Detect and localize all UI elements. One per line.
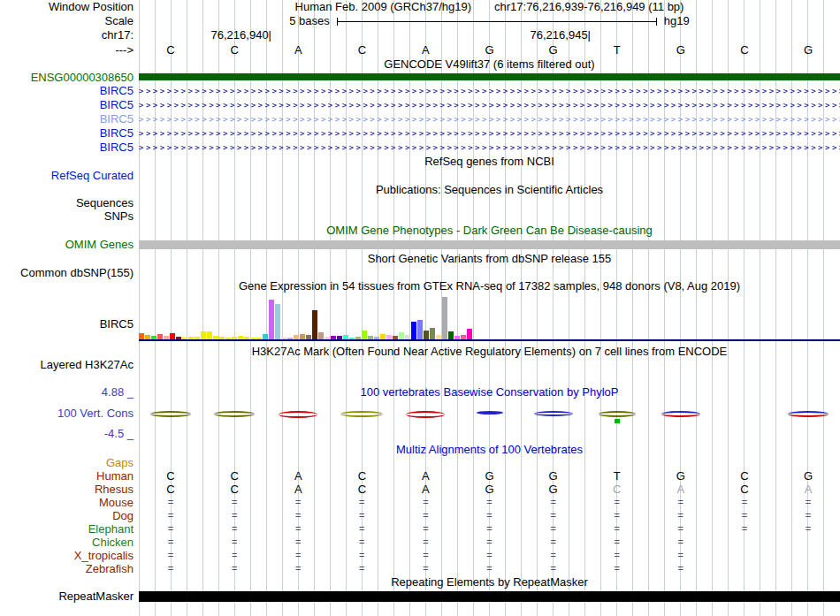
conservation-column[interactable] (649, 399, 713, 442)
gtex-gene-label[interactable]: BIRC5 (100, 317, 134, 331)
sequences-track[interactable] (139, 196, 840, 209)
gtex-tissue-bar[interactable] (467, 329, 472, 339)
gtex-tissue-bar[interactable] (417, 320, 423, 339)
gaps-track[interactable] (139, 457, 840, 469)
alignment-base: A (776, 483, 840, 496)
dbsnp-track[interactable] (139, 266, 840, 279)
h3k27ac-label[interactable]: Layered H3K27Ac (0, 358, 139, 372)
alignment-cells[interactable]: =========== (139, 509, 840, 522)
omim-gene-bar[interactable] (139, 240, 840, 249)
omim-genes-label[interactable]: OMIM Genes (0, 238, 139, 252)
reference-bases: CCACAGGTGCG (139, 42, 840, 57)
dbsnp-label[interactable]: Common dbSNP(155) (0, 266, 139, 279)
gtex-tissue-bar[interactable] (430, 328, 435, 339)
gtex-tissue-bar[interactable] (201, 331, 206, 339)
alignment-cells[interactable]: ========= (139, 549, 840, 562)
conservation-column[interactable] (713, 399, 776, 442)
gtex-tissue-bar[interactable] (411, 322, 416, 339)
conservation-column[interactable] (202, 399, 266, 442)
omim-title: OMIM Gene Phenotypes - Dark Green Can Be… (139, 224, 840, 238)
snps-label[interactable]: SNPs (0, 209, 139, 224)
transcript-label[interactable]: BIRC5 (0, 84, 139, 98)
base-letter: T (585, 42, 649, 57)
transcript-intron-arrows[interactable]: >>>>>>>>>>>>>>>>>>>>>>>>>>>>>>>>>>>>>>>>… (139, 84, 840, 98)
alignment-base: = (202, 536, 266, 549)
alignment-base: = (649, 536, 713, 549)
gtex-chart[interactable] (139, 293, 840, 345)
base-letter: C (139, 42, 202, 57)
gaps-label[interactable]: Gaps (0, 457, 139, 469)
conservation-column[interactable] (585, 399, 649, 442)
gtex-tissue-bar[interactable] (448, 331, 454, 339)
gtex-tissue-bar[interactable] (318, 332, 324, 339)
alignment-base (776, 536, 840, 549)
conservation-column[interactable] (776, 399, 840, 442)
repeat-element-bar[interactable] (139, 591, 840, 602)
transcript-intron-arrows[interactable]: >>>>>>>>>>>>>>>>>>>>>>>>>>>>>>>>>>>>>>>>… (139, 98, 840, 112)
alignment-base: = (649, 509, 713, 522)
gene-body-track[interactable] (139, 71, 840, 84)
gtex-tissue-bar[interactable] (170, 333, 175, 339)
transcript-intron-arrows[interactable]: >>>>>>>>>>>>>>>>>>>>>>>>>>>>>>>>>>>>>>>>… (139, 141, 840, 155)
transcript-label[interactable]: BIRC5 (0, 126, 139, 141)
gtex-tissue-bar[interactable] (207, 331, 212, 339)
conservation-column[interactable] (393, 399, 457, 442)
gtex-tissue-bar[interactable] (399, 332, 404, 339)
alignment-base: = (522, 562, 585, 575)
species-label[interactable]: Elephant (0, 522, 139, 536)
conservation-track-label[interactable]: 100 Vert. Cons (0, 407, 134, 420)
refseq-title: RefSeq genes from NCBI (139, 155, 840, 169)
repeatmasker-label[interactable]: RepeatMasker (0, 589, 139, 604)
alignment-cells[interactable]: ========= (139, 562, 840, 575)
transcript-label[interactable]: BIRC5 (0, 98, 139, 112)
gtex-tissue-bar[interactable] (312, 310, 317, 339)
conservation-column[interactable] (522, 399, 585, 442)
alignment-cells[interactable]: CCACAGGCACA (139, 483, 840, 496)
species-label[interactable]: Rhesus (0, 483, 139, 496)
omim-genes-row: OMIM Genes (0, 238, 840, 252)
alignment-base: C (202, 469, 266, 483)
conservation-column[interactable] (266, 399, 330, 442)
repeatmasker-track[interactable] (139, 589, 840, 604)
transcript-row: BIRC5>>>>>>>>>>>>>>>>>>>>>>>>>>>>>>>>>>>… (0, 126, 840, 141)
sequences-label[interactable]: Sequences (0, 196, 139, 209)
chrom-ruler-row: chr17: 76,216,940| 76,216,945| (0, 28, 840, 42)
gtex-tissue-bar[interactable] (442, 297, 447, 339)
refseq-curated-track[interactable] (139, 169, 840, 183)
alignment-base: = (457, 522, 521, 536)
alignment-cells[interactable]: CCACAGGTGCG (139, 469, 840, 483)
conservation-column[interactable] (330, 399, 393, 442)
alignment-base: = (393, 496, 457, 509)
transcript-label[interactable]: BIRC5 (0, 112, 139, 126)
species-label[interactable]: X_tropicalis (0, 549, 139, 562)
alignment-base: G (457, 483, 521, 496)
conservation-column[interactable] (457, 399, 521, 442)
alignment-cells[interactable]: ========= (139, 536, 840, 549)
gtex-tissue-bar[interactable] (424, 331, 429, 339)
species-label[interactable]: Mouse (0, 496, 139, 509)
gtex-tissue-bar[interactable] (139, 333, 144, 339)
transcript-label[interactable]: BIRC5 (0, 141, 139, 155)
gtex-tissue-bar[interactable] (275, 304, 280, 339)
transcript-intron-arrows[interactable]: >>>>>>>>>>>>>>>>>>>>>>>>>>>>>>>>>>>>>>>>… (139, 112, 840, 126)
species-label[interactable]: Dog (0, 509, 139, 522)
species-label[interactable]: Zebrafish (0, 562, 139, 575)
transcript-intron-arrows[interactable]: >>>>>>>>>>>>>>>>>>>>>>>>>>>>>>>>>>>>>>>>… (139, 126, 840, 141)
conservation-track[interactable]: 100 vertebrates Basewise Conservation by… (139, 385, 840, 442)
alignment-base: G (522, 483, 585, 496)
gene-id-label[interactable]: ENSG00000308650 (0, 71, 139, 84)
omim-genes-track[interactable] (139, 238, 840, 252)
gene-exon-bar[interactable] (139, 73, 840, 80)
snps-track[interactable] (139, 209, 840, 224)
refseq-curated-label[interactable]: RefSeq Curated (0, 169, 139, 183)
conservation-column[interactable] (139, 399, 202, 442)
gtex-tissue-bar[interactable] (269, 300, 274, 339)
gtex-tissue-bar[interactable] (362, 331, 367, 339)
alignment-base: = (202, 522, 266, 536)
species-label[interactable]: Human (0, 469, 139, 483)
alignment-cells[interactable]: =========== (139, 496, 840, 509)
alignment-cells[interactable]: =========== (139, 522, 840, 536)
gencode-transcripts: BIRC5>>>>>>>>>>>>>>>>>>>>>>>>>>>>>>>>>>>… (0, 84, 840, 155)
species-label[interactable]: Chicken (0, 536, 139, 549)
alignment-base: = (649, 496, 713, 509)
